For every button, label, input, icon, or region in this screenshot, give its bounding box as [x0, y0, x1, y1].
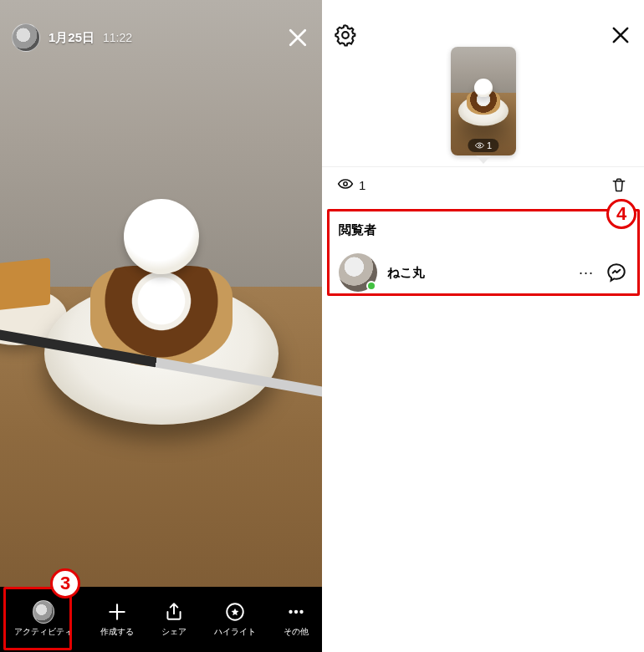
more-button[interactable]: その他 [284, 601, 309, 638]
story-header: 1月25日 11:22 [12, 23, 310, 52]
svg-point-1 [289, 610, 292, 614]
svg-point-6 [344, 182, 347, 186]
story-date: 1月25日 [49, 30, 95, 46]
activity-button[interactable]: アクティビティ [14, 601, 73, 638]
close-icon[interactable] [285, 25, 310, 50]
highlight-icon [224, 601, 246, 623]
story-bottom-bar: アクティビティ 作成する シェア ハイライト その他 [0, 587, 322, 652]
story-thumbnail[interactable]: 1 [451, 47, 516, 155]
trash-icon[interactable] [611, 176, 629, 195]
story-photo[interactable] [0, 0, 322, 652]
close-icon[interactable] [609, 23, 632, 47]
viewer-more-icon[interactable]: ··· [577, 264, 595, 282]
view-count-row: 1 [337, 176, 629, 195]
activity-label: アクティビティ [14, 626, 73, 638]
messenger-icon[interactable] [606, 262, 627, 283]
view-count-value: 1 [359, 178, 365, 192]
create-label: 作成する [100, 626, 134, 638]
svg-point-4 [342, 32, 349, 38]
thumbnail-view-badge: 1 [468, 139, 498, 152]
presence-dot-icon [366, 281, 376, 291]
share-button[interactable]: シェア [161, 601, 187, 638]
more-label: その他 [284, 626, 309, 638]
highlight-button[interactable]: ハイライト [214, 601, 256, 638]
activity-avatar-icon [33, 600, 54, 624]
share-icon [163, 601, 185, 623]
author-avatar[interactable] [12, 23, 40, 52]
gear-icon[interactable] [334, 23, 357, 47]
eye-icon [337, 176, 354, 195]
more-icon [285, 601, 307, 623]
viewers-section-title: 閲覧者 [322, 209, 644, 247]
viewer-name: ねこ丸 [387, 265, 567, 281]
share-label: シェア [161, 626, 187, 638]
thumbnail-view-count: 1 [487, 140, 492, 150]
story-view-panel: 1月25日 11:22 アクティビティ 作成する シェア ハイライト [0, 0, 322, 652]
plus-icon [106, 601, 128, 623]
svg-point-5 [478, 145, 481, 147]
create-button[interactable]: 作成する [100, 601, 134, 638]
viewer-list-panel: 1 1 閲覧者 ねこ丸 ··· 4 [322, 0, 644, 652]
viewers-section: 閲覧者 ねこ丸 ··· [322, 209, 644, 298]
highlight-label: ハイライト [214, 626, 256, 638]
thumbnail-pointer [476, 155, 491, 164]
view-count: 1 [337, 176, 365, 195]
story-time: 11:22 [103, 31, 132, 44]
svg-point-3 [299, 610, 303, 614]
viewer-avatar[interactable] [339, 253, 377, 292]
svg-point-2 [294, 610, 297, 614]
viewer-row[interactable]: ねこ丸 ··· [322, 247, 644, 298]
